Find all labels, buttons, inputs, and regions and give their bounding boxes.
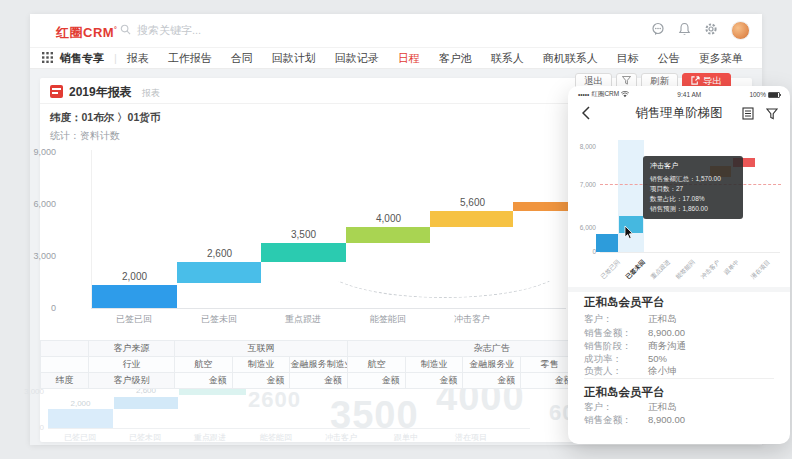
cell-amount: 金额 (232, 373, 290, 389)
chat-icon[interactable] (651, 22, 665, 40)
ghost-x-label: 重点跟进 (180, 432, 240, 443)
mobile-header-icons (742, 106, 778, 124)
tooltip-label: 数量占比： (650, 195, 683, 202)
search-input[interactable]: 搜索关键字... (120, 23, 201, 38)
waterfall-bar-3[interactable] (261, 243, 346, 262)
brand-logo-text: 红圈CRM (56, 25, 114, 40)
ghost-y-label: 0 (34, 423, 44, 432)
field-label: 销售金额： (584, 327, 632, 340)
ghost-number: 3500 (330, 394, 419, 437)
stat-value: 资料计数 (80, 130, 120, 141)
tooltip-label: 销售预测： (650, 205, 683, 212)
wifi-icon (621, 91, 629, 99)
y-tick-9000: 9,000 (18, 147, 56, 157)
chart-tooltip: 冲击客户 销售金额汇总：1,570.00 项目数：27 数量占比：17.08% … (643, 156, 743, 219)
mobile-y-tick: 0 (570, 248, 596, 255)
nav-separator: | (114, 52, 117, 64)
nav-item-announcements[interactable]: 公告 (658, 51, 680, 66)
nav-item-more[interactable]: 更多菜单 (699, 51, 743, 66)
nav-item-payment-plan[interactable]: 回款计划 (272, 51, 316, 66)
mobile-bar-1[interactable] (596, 234, 618, 252)
tooltip-row: 销售预测：1,860.00 (650, 204, 736, 214)
nav-item-opportunity-contacts[interactable]: 商机联系人 (543, 51, 598, 66)
field-label: 客户： (584, 313, 613, 326)
list-view-icon[interactable] (742, 106, 754, 124)
x-category-label: 已签未回 (177, 313, 261, 326)
tooltip-row: 销售金额汇总：1,570.00 (650, 174, 736, 184)
tooltip-title: 冲击客户 (650, 161, 736, 171)
waterfall-bar-6[interactable] (513, 202, 575, 211)
cell-internet: 互联网 (175, 341, 348, 357)
report-title: 2019年报表 (69, 84, 132, 101)
nav-item-payment-record[interactable]: 回款记录 (335, 51, 379, 66)
user-avatar[interactable] (731, 21, 750, 40)
field-label: 销售金额： (584, 414, 632, 427)
nav-item-contract[interactable]: 合同 (231, 51, 253, 66)
stat-label: 统计： (50, 130, 80, 141)
field-value: 50% (648, 353, 667, 364)
cell-amount: 金额 (463, 373, 521, 389)
report-stat: 统计：资料计数 (50, 129, 120, 143)
mouse-cursor-icon (624, 226, 635, 244)
y-tick-0: 0 (18, 303, 56, 313)
field-value: 商务沟通 (648, 340, 686, 353)
cell-industry-value: 航空 (348, 357, 406, 373)
signal-dots: ••••• (578, 91, 589, 98)
list-item-title[interactable]: 正和岛会员平台 (584, 295, 665, 310)
nav-item-contacts[interactable]: 联系人 (491, 51, 524, 66)
field-label: 负责人： (584, 365, 622, 378)
screen: 红圈CRM° 搜索关键字... 销售专享 | 报表 工作报告 合同 回款计划 回… (0, 0, 792, 459)
tooltip-value: 1,570.00 (696, 175, 721, 182)
nav-item-work-report[interactable]: 工作报告 (168, 51, 212, 66)
bar-value-label: 2,600 (177, 248, 262, 259)
tooltip-row: 数量占比：17.08% (650, 194, 736, 204)
ghost-x-label: 潜在项目 (441, 432, 501, 443)
mobile-y-tick: 8,000 (570, 143, 596, 150)
list-divider (584, 378, 774, 379)
dimension-label: 纬度： (50, 111, 82, 123)
nav-item-schedule[interactable]: 日程 (398, 51, 420, 66)
list-item-title[interactable]: 正和岛会员平台 (584, 385, 665, 400)
cell-industry-value: 金融服务业 (463, 357, 521, 373)
apps-grid-icon[interactable] (42, 52, 53, 65)
nav-item-customer-pool[interactable]: 客户池 (439, 51, 472, 66)
ghost-number: 2600 (248, 387, 301, 413)
nav-menu-label[interactable]: 销售专享 (60, 51, 104, 66)
cell-customer-source: 客户来源 (89, 341, 175, 357)
bell-icon[interactable] (678, 22, 691, 40)
ghost-x-label: 已签未回 (115, 432, 175, 443)
gear-icon[interactable] (704, 22, 718, 40)
waterfall-bar-4[interactable] (346, 227, 430, 243)
status-right: 100% (749, 91, 780, 98)
cell-dimension: 纬度 (41, 373, 89, 389)
brand-logo-mark: ° (114, 26, 117, 33)
bar-value-label: 2,000 (92, 271, 177, 282)
field-value: 8,900.00 (648, 327, 685, 338)
field-value: 正和岛 (648, 401, 677, 414)
y-tick-6000: 6,000 (18, 199, 56, 209)
x-axis-line (91, 308, 566, 309)
nav-left: 销售专享 (30, 51, 104, 66)
cell-amount: 金额 (290, 373, 348, 389)
mobile-y-tick: 6,000 (570, 224, 596, 231)
waterfall-bar-2[interactable] (177, 262, 261, 283)
ghost-x-label: 能签能回 (246, 432, 306, 443)
nav-item-reports[interactable]: 报表 (127, 51, 149, 66)
waterfall-bar-1[interactable] (92, 285, 177, 308)
dimension-value: 01布尔 〉01货币 (82, 111, 161, 123)
brand-logo: 红圈CRM° (56, 24, 117, 42)
waterfall-bar-5[interactable] (430, 211, 513, 227)
report-type-tag: 报表 (142, 87, 160, 100)
x-category-label: 已签已回 (92, 313, 176, 326)
cell-amount: 金额 (348, 373, 406, 389)
nav-item-goals[interactable]: 目标 (617, 51, 639, 66)
mobile-section-divider (568, 287, 790, 292)
field-value: 正和岛 (648, 313, 677, 326)
bar-value-label: 5,600 (430, 197, 515, 208)
top-bar: 红圈CRM° 搜索关键字... (30, 14, 762, 48)
ghost-bar (48, 409, 113, 428)
tooltip-value: 1,860.00 (683, 205, 708, 212)
field-label: 销售阶段： (584, 340, 632, 353)
mobile-filter-icon[interactable] (766, 106, 778, 124)
cell-empty (41, 341, 89, 357)
